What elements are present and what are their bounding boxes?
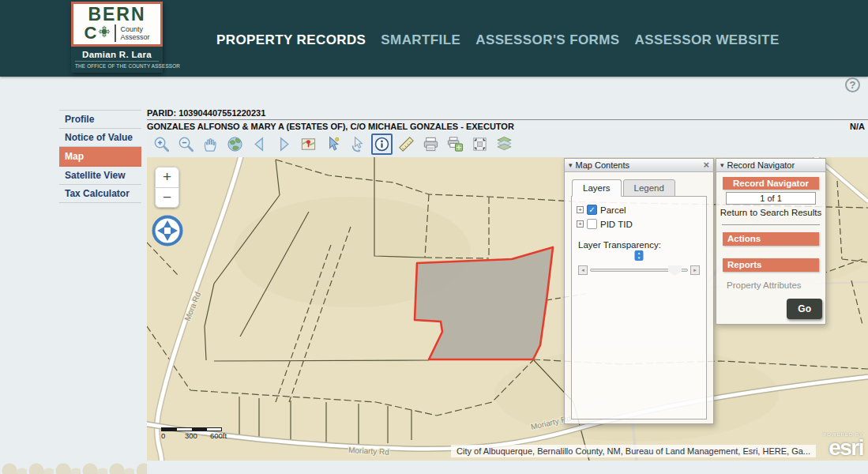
record-position-input[interactable] (726, 192, 816, 205)
main-nav: PROPERTY RECORDS SMARTFILE ASSESSOR'S FO… (216, 32, 780, 48)
tool-layers-icon[interactable] (494, 134, 515, 155)
assessor-name: Damian R. Lara (71, 47, 163, 59)
tool-zoom-in-icon[interactable] (151, 134, 172, 155)
scale-bar: 0 300 600ft (161, 427, 224, 440)
zia-sun-icon (98, 25, 111, 41)
tool-identify-icon[interactable] (371, 134, 393, 155)
layer-row-parcel: + ✓ Parcel (577, 205, 701, 215)
sidebar-item-tax-calculator[interactable]: Tax Calculator (59, 185, 141, 203)
scale-label-300: 300 (185, 431, 197, 440)
logo-sub-assessor: Assessor (120, 33, 149, 41)
logo-sub-county: County (120, 25, 149, 33)
record-navigator-banner: Record Navigator (723, 177, 819, 190)
layer-row-pid-tid: + PID TID (577, 219, 701, 229)
pid-tid-layer-checkbox[interactable] (587, 219, 597, 229)
sidebar-item-satellite-view[interactable]: Satellite View (59, 167, 141, 185)
map-zoom-out-button[interactable]: − (155, 187, 179, 208)
reports-bar[interactable]: Reports (723, 258, 819, 272)
decorative-pattern (0, 455, 147, 474)
actions-bar[interactable]: Actions (723, 232, 819, 246)
sidebar-item-map[interactable]: Map (59, 147, 141, 167)
transparency-slider: ◂ ▸ (577, 265, 701, 275)
logo-word-co: C (85, 23, 97, 43)
map-contents-tabs: Layers Legend (572, 179, 707, 197)
scale-label-0: 0 (161, 431, 165, 440)
tool-measure-icon[interactable] (396, 134, 417, 155)
tab-layers[interactable]: Layers (572, 179, 622, 197)
tool-next-extent-icon[interactable] (273, 134, 295, 155)
help-icon[interactable]: ? (845, 77, 860, 92)
powered-by-label: POWERED BY (823, 432, 863, 437)
tab-legend[interactable]: Legend (623, 179, 675, 197)
pid-tid-layer-label: PID TID (600, 220, 633, 229)
sidebar-item-profile[interactable]: Profile (59, 111, 141, 129)
map-toolbar (147, 131, 868, 157)
tool-clear-selection-icon[interactable] (347, 134, 368, 155)
logo-divider (115, 24, 116, 42)
nav-property-records[interactable]: PROPERTY RECORDS (216, 32, 366, 48)
tool-zoom-out-icon[interactable] (175, 134, 197, 155)
nav-assessor-website[interactable]: ASSESSOR WEBSITE (635, 32, 780, 48)
tool-export-map-icon[interactable] (445, 134, 466, 155)
tool-select-features-icon[interactable] (322, 134, 344, 155)
sidebar-item-notice-of-value[interactable]: Notice of Value (59, 129, 141, 147)
assessor-tagline: THE OFFICE OF THE COUNTY ASSESSOR (75, 61, 159, 69)
tool-overview-map-icon[interactable] (298, 134, 319, 155)
map-contents-title: Map Contents (576, 160, 629, 170)
divider (722, 224, 820, 225)
tool-print-icon[interactable] (420, 134, 442, 155)
tool-pan-icon[interactable] (200, 134, 221, 155)
close-icon[interactable]: × (703, 160, 709, 170)
layer-transparency-label: Layer Transparency: (578, 240, 701, 250)
collapse-caret-icon[interactable]: ▾ (720, 161, 724, 169)
esri-brand: esri (823, 437, 863, 459)
record-navigator-title: Record Navigator (727, 160, 795, 170)
record-value-right: N/A (850, 122, 865, 131)
map-contents-panel: ▾ Map Contents × Layers Legend + ✓ Parce… (564, 158, 714, 424)
tree-expand-icon[interactable]: + (577, 220, 584, 228)
bernco-assessor-logo[interactable]: BERN C County Assessor Damian R. Lara TH… (71, 2, 163, 73)
collapse-caret-icon[interactable]: ▾ (569, 161, 573, 169)
parcel-layer-checkbox[interactable]: ✓ (587, 205, 597, 215)
nav-assessors-forms[interactable]: ASSESSOR'S FORMS (475, 32, 619, 48)
owner-name: GONZALES ALFONSO & MARY A (ESTATES OF), … (147, 122, 514, 131)
compass-icon[interactable] (151, 214, 184, 247)
slider-track[interactable] (590, 269, 688, 272)
go-button[interactable]: Go (787, 299, 822, 319)
map-canvas[interactable]: Mora Rd Moriarty Rd Moriarty Rd + − (147, 157, 868, 461)
tool-previous-extent-icon[interactable] (249, 134, 270, 155)
slider-left-arrow[interactable]: ◂ (578, 265, 588, 275)
slider-right-arrow[interactable]: ▸ (690, 265, 700, 275)
parcel-layer-label: Parcel (600, 205, 626, 215)
return-to-search-link[interactable]: Return to Search Results (720, 208, 822, 217)
map-attribution: City of Albuquerque, Bernalillo County, … (451, 445, 816, 457)
nav-smartfile[interactable]: SMARTFILE (381, 32, 460, 48)
layers-tab-body: + ✓ Parcel + PID TID Layer Transparency:… (571, 196, 707, 419)
slider-thumb[interactable] (668, 265, 682, 276)
tree-expand-icon[interactable]: + (577, 206, 584, 213)
record-navigator-header[interactable]: ▾ Record Navigator (716, 159, 825, 172)
logo-emblem: BERN C County Assessor (71, 2, 163, 47)
sidebar: Profile Notice of Value Map Satellite Vi… (59, 110, 141, 203)
map-zoom-in-button[interactable]: + (155, 167, 179, 187)
report-item-property-attributes[interactable]: Property Attributes (720, 272, 822, 290)
map-contents-header[interactable]: ▾ Map Contents × (565, 159, 713, 172)
record-navigator-panel: ▾ Record Navigator Record Navigator Retu… (716, 158, 826, 325)
parcel-id: PARID: 103904407551220231 (147, 108, 868, 120)
esri-logo: POWERED BY esri (823, 432, 863, 459)
tool-maximize-icon[interactable] (469, 134, 490, 155)
map-zoom-control: + − (155, 167, 179, 208)
logo-word-bern: BERN (73, 6, 160, 22)
app-header: BERN C County Assessor Damian R. Lara TH… (0, 0, 868, 77)
scale-label-600ft: 600ft (210, 431, 227, 440)
tool-full-extent-icon[interactable] (224, 134, 246, 155)
transparency-spinner[interactable]: ▴▾ (635, 250, 644, 261)
